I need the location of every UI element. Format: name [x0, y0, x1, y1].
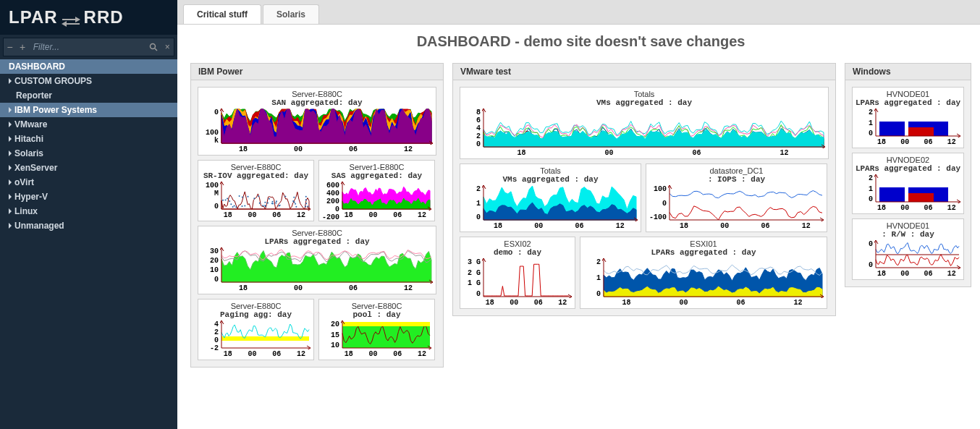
- y-axis-labels: 210: [853, 109, 874, 137]
- filter-input[interactable]: [29, 39, 146, 55]
- chart-totals2[interactable]: TotalsVMs aggregated : day21018000612: [460, 163, 641, 232]
- nav-item-unmanaged[interactable]: Unmanaged: [0, 218, 177, 233]
- svg-point-24: [232, 206, 234, 208]
- nav-item-reporter[interactable]: Reporter: [0, 88, 177, 103]
- chart-canvas: 0100 k: [198, 109, 436, 145]
- chart-canvas: 420-2: [198, 320, 313, 349]
- svg-point-8: [284, 195, 286, 197]
- y-axis-labels: 1000-100: [646, 185, 668, 221]
- y-axis-labels: 00: [853, 240, 874, 269]
- chart-title: ESXI02: [460, 237, 575, 248]
- svg-point-0: [151, 44, 156, 49]
- chart-title: Server-E880C: [198, 300, 313, 310]
- y-axis-labels: 210: [460, 185, 482, 221]
- dashboard-board: IBM PowerServer-E880CSAN aggregated: day…: [190, 63, 971, 368]
- y-axis-labels: 86420: [460, 109, 482, 148]
- search-icon[interactable]: [146, 38, 161, 56]
- x-axis-labels: 18000612: [198, 284, 436, 294]
- chart-san[interactable]: Server-E880CSAN aggregated: day0100 k180…: [198, 87, 436, 156]
- sidebar: LPAR RRD − + × DASHBOARDCUSTOM GROUPSRep…: [0, 0, 177, 429]
- chart-title: Server-E880C: [319, 300, 434, 310]
- x-axis-labels: 18000612: [460, 148, 828, 158]
- chart-hv3[interactable]: HVNODE01: R/W : day0018000612: [852, 218, 964, 280]
- chart-subtitle: : IOPS : day: [646, 175, 827, 185]
- page-title: DASHBOARD - demo site doesn't save chang…: [190, 33, 971, 50]
- panel-title: Windows: [845, 64, 971, 80]
- clear-filter-icon[interactable]: ×: [161, 38, 174, 56]
- chart-hv1[interactable]: HVNODE01LPARs aggregated : day2101800061…: [852, 87, 964, 148]
- expand-icon[interactable]: +: [16, 38, 28, 56]
- svg-point-4: [259, 203, 261, 204]
- svg-point-38: [264, 205, 266, 206]
- svg-point-23: [305, 196, 307, 197]
- chart-datastore[interactable]: datastore_DC1: IOPS : day1000-1001800061…: [646, 163, 827, 232]
- main-area: Critical stuffSolaris DASHBOARD - demo s…: [177, 0, 980, 429]
- svg-point-35: [235, 206, 237, 208]
- tab-solaris[interactable]: Solaris: [263, 4, 319, 24]
- nav-item-vmware[interactable]: VMware: [0, 117, 177, 132]
- nav-label: XenServer: [14, 163, 57, 173]
- chart-canvas: 210: [853, 109, 963, 137]
- nav-item-dashboard[interactable]: DASHBOARD: [0, 59, 177, 74]
- svg-point-28: [234, 205, 235, 207]
- chart-sas[interactable]: Server1-E880CSAS aggregated: day60040020…: [318, 160, 435, 221]
- collapse-icon[interactable]: −: [4, 38, 16, 56]
- nav-item-solaris[interactable]: Solaris: [0, 146, 177, 161]
- y-axis-labels: 100 M0: [198, 182, 220, 211]
- nav-item-custom-groups[interactable]: CUSTOM GROUPS: [0, 74, 177, 88]
- x-axis-labels: 18000612: [853, 137, 963, 148]
- chart-title: Server-E880C: [198, 161, 313, 171]
- nav-item-hitachi[interactable]: Hitachi: [0, 132, 177, 146]
- svg-point-14: [272, 203, 274, 204]
- svg-point-17: [262, 205, 263, 206]
- x-axis-labels: 18000612: [198, 145, 436, 155]
- logo-left: LPAR: [9, 7, 58, 27]
- chart-canvas: 201510: [319, 320, 434, 349]
- y-axis-labels: 420-2: [198, 320, 220, 349]
- chart-esxi02[interactable]: ESXI02demo : day3 G2 G1 G018000612: [460, 237, 575, 309]
- svg-point-43: [275, 203, 276, 204]
- chart-title: ESXI01: [580, 237, 827, 248]
- chart-subtitle: pool : day: [319, 310, 434, 320]
- caret-icon: [9, 208, 12, 214]
- nav-label: Hyper-V: [14, 192, 48, 202]
- svg-rect-63: [908, 193, 934, 202]
- x-axis-labels: 18000612: [198, 211, 313, 221]
- chart-pool[interactable]: Server-E880Cpool : day20151018000612: [318, 299, 435, 360]
- chart-totals1[interactable]: TotalsVMs aggregated : day8642018000612: [460, 87, 829, 159]
- nav-item-ibm-power-systems[interactable]: IBM Power Systems: [0, 103, 177, 117]
- tab-bar: Critical stuffSolaris: [177, 0, 980, 25]
- caret-icon: [9, 136, 12, 142]
- chart-subtitle: LPARs aggregated : day: [580, 248, 827, 258]
- chart-title: Server-E880C: [198, 226, 436, 237]
- svg-rect-57: [879, 122, 905, 136]
- nav-item-hyper-v[interactable]: Hyper-V: [0, 190, 177, 204]
- nav-tree: DASHBOARDCUSTOM GROUPSReporterIBM Power …: [0, 59, 177, 429]
- chart-canvas: 1000-100: [646, 185, 827, 221]
- panel-body: TotalsVMs aggregated : day8642018000612T…: [453, 80, 835, 315]
- svg-point-30: [244, 205, 245, 206]
- svg-rect-46: [220, 320, 311, 349]
- chart-sriov[interactable]: Server-E880CSR-IOV aggregated: day100 M0…: [198, 160, 314, 221]
- tab-critical-stuff[interactable]: Critical stuff: [183, 4, 261, 24]
- svg-point-13: [264, 202, 266, 203]
- nav-item-xenserver[interactable]: XenServer: [0, 161, 177, 175]
- chart-hv2[interactable]: HVNODE02LPARs aggregated : day2101800061…: [852, 153, 964, 214]
- caret-icon: [9, 107, 12, 113]
- x-axis-labels: 18000612: [853, 203, 963, 213]
- chart-esxi01[interactable]: ESXI01LPARs aggregated : day21018000612: [580, 237, 827, 309]
- chart-lpars[interactable]: Server-E880CLPARs aggregated : day302010…: [198, 226, 436, 294]
- x-axis-labels: 18000612: [460, 221, 641, 232]
- nav-label: VMware: [14, 119, 47, 129]
- y-axis-labels: 210: [580, 258, 602, 298]
- nav-item-ovirt[interactable]: oVirt: [0, 175, 177, 190]
- nav-item-linux[interactable]: Linux: [0, 204, 177, 218]
- logo-right: RRD: [84, 7, 124, 27]
- svg-point-9: [276, 200, 277, 202]
- chart-canvas: 3020100: [198, 247, 436, 284]
- svg-point-27: [293, 197, 295, 198]
- caret-icon: [9, 165, 12, 171]
- panel-body: Server-E880CSAN aggregated: day0100 k180…: [191, 80, 443, 367]
- chart-title: Totals: [460, 164, 641, 175]
- chart-paging[interactable]: Server-E880CPaging agg: day420-218000612: [198, 299, 314, 360]
